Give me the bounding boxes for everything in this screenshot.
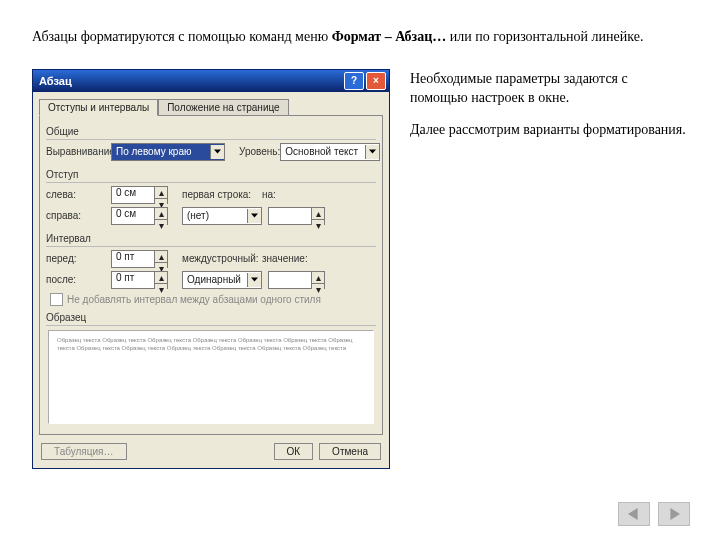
combo-firstline[interactable]: (нет) (182, 207, 262, 225)
label-firstline: первая строка: (182, 189, 262, 200)
spin-left-value: 0 см (112, 187, 154, 203)
up-icon[interactable]: ▴ (155, 251, 167, 262)
label-linespacing: междустрочный: (182, 253, 262, 264)
close-icon[interactable]: × (366, 72, 386, 90)
tabs-button[interactable]: Табуляция… (41, 443, 127, 460)
chevron-down-icon[interactable] (247, 273, 261, 287)
up-icon[interactable]: ▴ (155, 208, 167, 219)
prev-button[interactable] (618, 502, 650, 526)
group-general: Общие (46, 126, 376, 137)
right-column: Необходимые параметры задаются с помощью… (410, 69, 688, 152)
intro-post: или по горизонтальной линейке. (446, 29, 643, 44)
label-before: перед: (46, 253, 111, 264)
spin-by2-value (269, 272, 311, 288)
group-preview: Образец (46, 312, 376, 323)
down-icon[interactable]: ▾ (155, 219, 167, 231)
label-left: слева: (46, 189, 111, 200)
chevron-down-icon[interactable] (210, 145, 224, 159)
checkbox-icon[interactable] (50, 293, 63, 306)
button-row: Табуляция… ОК Отмена (33, 439, 389, 468)
label-right: справа: (46, 210, 111, 221)
spin-right[interactable]: 0 см ▴▾ (111, 207, 168, 225)
cancel-button[interactable]: Отмена (319, 443, 381, 460)
preview-box: Образец текста Образец текста Образец те… (48, 330, 374, 424)
paragraph-dialog: Абзац ? × Отступы и интервалы Положение … (32, 69, 390, 469)
chevron-down-icon[interactable] (365, 145, 379, 159)
next-button[interactable] (658, 502, 690, 526)
group-interval: Интервал (46, 233, 376, 244)
spin-by1-value (269, 208, 311, 224)
ok-button[interactable]: ОК (274, 443, 314, 460)
spin-after[interactable]: 0 пт ▴▾ (111, 271, 168, 289)
intro-paragraph: Абзацы форматируются с помощью команд ме… (0, 0, 720, 47)
tab-page: Общие Выравнивание: По левому краю Урове… (39, 115, 383, 435)
up-icon[interactable]: ▴ (312, 208, 324, 219)
combo-alignment[interactable]: По левому краю (111, 143, 225, 161)
intro-pre: Абзацы форматируются с помощью команд ме… (32, 29, 332, 44)
intro-bold: Формат – Абзац… (332, 29, 447, 44)
spin-before-value: 0 пт (112, 251, 154, 267)
nav-arrows (618, 502, 690, 526)
tab-pageposition[interactable]: Положение на странице (158, 99, 288, 116)
up-icon[interactable]: ▴ (155, 272, 167, 283)
group-indent: Отступ (46, 169, 376, 180)
up-icon[interactable]: ▴ (312, 272, 324, 283)
down-icon[interactable]: ▾ (312, 219, 324, 231)
spin-after-value: 0 пт (112, 272, 154, 288)
combo-firstline-value: (нет) (183, 210, 247, 221)
combo-level[interactable]: Основной текст (280, 143, 380, 161)
spin-left[interactable]: 0 см ▴▾ (111, 186, 168, 204)
titlebar[interactable]: Абзац ? × (33, 70, 389, 92)
label-after: после: (46, 274, 111, 285)
arrow-right-icon (667, 508, 681, 520)
right-p2: Далее рассмотрим варианты форматирования… (410, 120, 688, 140)
spin-right-value: 0 см (112, 208, 154, 224)
help-icon[interactable]: ? (344, 72, 364, 90)
label-by2: значение: (262, 253, 306, 264)
dialog-title: Абзац (39, 75, 342, 87)
label-by1: на: (262, 189, 282, 200)
arrow-left-icon (627, 508, 641, 520)
combo-linespacing-value: Одинарный (183, 274, 247, 285)
tab-indents[interactable]: Отступы и интервалы (39, 99, 158, 116)
combo-linespacing[interactable]: Одинарный (182, 271, 262, 289)
tab-row: Отступы и интервалы Положение на страниц… (33, 92, 389, 115)
spin-before[interactable]: 0 пт ▴▾ (111, 250, 168, 268)
combo-alignment-value: По левому краю (112, 146, 210, 157)
check-nosame-label: Не добавлять интервал между абзацами одн… (67, 294, 321, 305)
spin-by1[interactable]: ▴▾ (268, 207, 325, 225)
label-level: Уровень: (239, 146, 280, 157)
spin-by2[interactable]: ▴▾ (268, 271, 325, 289)
up-icon[interactable]: ▴ (155, 187, 167, 198)
chevron-down-icon[interactable] (247, 209, 261, 223)
label-alignment: Выравнивание: (46, 146, 111, 157)
check-nosame[interactable]: Не добавлять интервал между абзацами одн… (50, 293, 376, 306)
right-p1: Необходимые параметры задаются с помощью… (410, 69, 688, 108)
combo-level-value: Основной текст (281, 146, 365, 157)
